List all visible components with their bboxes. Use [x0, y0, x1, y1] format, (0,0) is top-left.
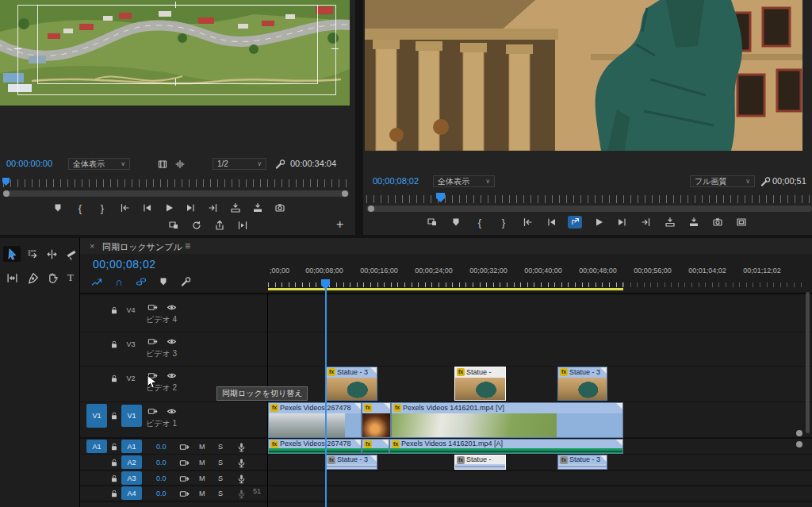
button-editor-add-button[interactable]: + — [336, 217, 343, 232]
program-quality-select[interactable]: フル画質∨ — [690, 175, 755, 187]
drag-audio-only-button[interactable] — [173, 158, 187, 171]
source-scrollbar-knob-left[interactable] — [3, 190, 10, 197]
track-visibility-button[interactable] — [164, 335, 178, 348]
lift-button[interactable] — [568, 216, 582, 229]
mute-button[interactable]: M — [199, 459, 205, 467]
pen-tool-button[interactable] — [24, 270, 41, 286]
track-target-v4[interactable]: V4 — [121, 305, 140, 316]
track-select-forward-tool-button[interactable] — [24, 246, 41, 262]
track-volume[interactable]: 0.0 — [156, 474, 167, 482]
step-back-button[interactable] — [544, 216, 558, 229]
clip-v2-statue-3[interactable]: Statue - 3 fx — [557, 367, 607, 401]
timeline-ruler[interactable]: ;00;00 00;00;08;00 00;00;16;00 00;00;24;… — [268, 262, 805, 292]
program-timecode[interactable]: 00;00;08;02 — [373, 176, 419, 186]
loop-button[interactable] — [190, 219, 204, 232]
clip-a1-short[interactable]: fx — [362, 439, 389, 454]
add-marker-button[interactable] — [156, 275, 170, 288]
linked-selection-button[interactable] — [134, 275, 148, 288]
play-in-out-button[interactable] — [236, 219, 250, 232]
sync-lock-button[interactable] — [177, 487, 191, 500]
play-button[interactable] — [592, 216, 606, 229]
play-button[interactable] — [162, 202, 176, 214]
ripple-edit-tool-button[interactable] — [43, 246, 60, 262]
sync-lock-button[interactable] — [177, 456, 191, 469]
source-patch-v1[interactable]: V1 — [86, 404, 107, 428]
clip-a1-pexels-1416201-audio[interactable]: Pexels Videos 1416201.mp4 [A] fx — [389, 439, 623, 454]
solo-button[interactable]: S — [218, 490, 223, 497]
mute-button[interactable]: M — [199, 490, 205, 497]
scroll-knob[interactable] — [796, 441, 802, 447]
track-target-a1[interactable]: A1 — [121, 440, 142, 453]
overwrite-button[interactable] — [687, 216, 701, 229]
sync-lock-button[interactable] — [177, 440, 191, 453]
export-frame-button[interactable] — [710, 216, 725, 229]
source-resolution-select[interactable]: 1/2∨ — [213, 158, 266, 170]
sync-lock-button[interactable] — [145, 301, 159, 313]
source-settings-button[interactable] — [273, 158, 287, 171]
track-visibility-button[interactable] — [164, 301, 178, 313]
drag-video-only-button[interactable] — [155, 158, 170, 171]
clip-v1-pexels-267478[interactable]: Pexels Videos 267478 fx — [268, 402, 362, 438]
go-to-out-button[interactable] — [639, 216, 653, 229]
step-back-button[interactable] — [140, 202, 154, 214]
go-to-in-button[interactable] — [117, 202, 132, 214]
track-name[interactable]: ビデオ 4 — [146, 314, 177, 325]
source-fit-select[interactable]: 全体表示∨ — [68, 158, 130, 170]
type-tool-button[interactable]: T — [62, 270, 79, 286]
clip-v1-short[interactable]: fx — [362, 402, 391, 438]
mark-in-button[interactable]: { — [73, 202, 87, 214]
nest-insert-toggle-button[interactable] — [90, 275, 104, 288]
track-lock-button[interactable] — [107, 304, 121, 317]
panel-menu-icon[interactable]: ≡ — [185, 240, 190, 252]
clip-v2-statue-2[interactable]: Statue - fx — [454, 367, 506, 401]
razor-tool-button[interactable] — [62, 246, 79, 262]
export-button[interactable] — [213, 219, 227, 232]
solo-button[interactable]: S — [218, 474, 223, 482]
playhead-line[interactable] — [325, 289, 327, 507]
voiceover-record-button[interactable] — [234, 456, 248, 469]
track-target-a2[interactable]: A2 — [121, 455, 142, 469]
overwrite-button[interactable] — [251, 202, 265, 214]
source-h-scrollbar[interactable] — [3, 190, 349, 197]
program-h-scrollbar[interactable] — [366, 205, 812, 212]
track-lock-button[interactable] — [107, 372, 121, 385]
track-visibility-button[interactable] — [164, 405, 178, 417]
close-icon[interactable]: × — [90, 241, 94, 251]
mark-in-button[interactable]: { — [473, 216, 487, 229]
work-area-bar[interactable] — [268, 288, 623, 290]
go-to-out-button[interactable] — [206, 202, 220, 214]
clip-v1-pexels-1416201-video[interactable]: Pexels Videos 1416201.mp4 [V] fx — [391, 402, 623, 438]
scroll-knob[interactable] — [796, 430, 802, 436]
sync-lock-button[interactable] — [145, 335, 159, 348]
solo-button[interactable]: S — [218, 459, 223, 467]
track-volume[interactable]: 0.0 — [156, 443, 167, 451]
track-volume[interactable]: 0.0 — [156, 459, 167, 467]
program-scrub-ruler[interactable] — [366, 195, 812, 203]
compare-view-button[interactable] — [167, 219, 181, 232]
clip-v2-statue-1[interactable]: Statue - 3 fx — [325, 367, 377, 401]
add-marker-button[interactable] — [51, 202, 65, 214]
track-target-a4[interactable]: A4 — [121, 486, 142, 500]
timeline-timecode[interactable]: 00;00;08;02 — [93, 258, 155, 271]
go-to-in-button[interactable] — [520, 216, 534, 229]
voiceover-record-button[interactable] — [234, 472, 248, 485]
track-target-v2[interactable]: V2 — [121, 373, 140, 384]
track-visibility-button[interactable] — [164, 369, 178, 382]
compare-view-button[interactable] — [425, 216, 439, 229]
clip-a1-pexels-267478[interactable]: Pexels Videos 267478 fx — [268, 439, 362, 454]
mute-button[interactable]: M — [199, 474, 205, 482]
sync-lock-button[interactable] — [145, 405, 159, 417]
track-lock-button[interactable] — [107, 456, 121, 469]
voiceover-record-button[interactable] — [234, 487, 248, 500]
timeline-tab-title[interactable]: 同期ロックサンプル — [102, 241, 182, 253]
track-target-v1[interactable]: V1 — [121, 405, 142, 427]
track-target-v3[interactable]: V3 — [121, 339, 140, 350]
add-marker-button[interactable] — [449, 216, 463, 229]
track-name[interactable]: ビデオ 3 — [146, 348, 177, 359]
track-lock-button[interactable] — [107, 338, 121, 351]
snap-button[interactable]: ∩ — [112, 275, 126, 288]
solo-button[interactable]: S — [218, 443, 223, 451]
program-settings-button[interactable] — [758, 175, 772, 188]
slip-tool-button[interactable] — [3, 270, 21, 286]
sync-lock-button[interactable] — [177, 472, 191, 485]
